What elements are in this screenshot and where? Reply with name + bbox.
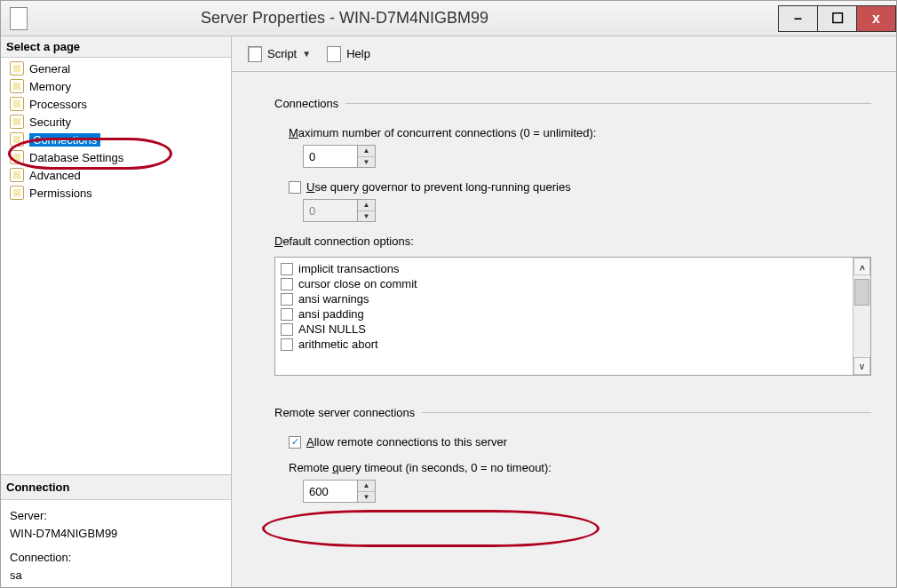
checkbox-icon: ✓ — [289, 436, 301, 449]
list-item[interactable]: cursor close on commit — [281, 276, 847, 291]
connection-header: Connection — [1, 475, 231, 500]
page-icon — [10, 168, 24, 182]
governor-cost-input — [304, 200, 357, 221]
connection-body: Server: WIN-D7M4NIGBM99 Connection: sa — [1, 500, 231, 587]
spin-down-icon[interactable]: ▼ — [358, 492, 375, 503]
nav-memory[interactable]: Memory — [1, 77, 231, 95]
spin-up-icon[interactable]: ▲ — [358, 146, 375, 157]
main-panel: Script ▼ Help Connections Maximum number… — [232, 36, 896, 587]
checkbox-icon — [281, 293, 293, 306]
checkbox-icon — [281, 323, 293, 336]
scroll-up-icon[interactable]: ʌ — [853, 258, 870, 275]
help-button[interactable]: Help — [321, 44, 376, 65]
connections-page: Connections Maximum number of concurrent… — [232, 72, 896, 587]
checkbox-icon — [289, 181, 301, 194]
max-connections-row: Maximum number of concurrent connections… — [274, 126, 871, 168]
script-button[interactable]: Script ▼ — [242, 44, 316, 65]
server-value: WIN-D7M4NIGBM99 — [10, 525, 222, 543]
nav-database-settings[interactable]: Database Settings — [1, 148, 231, 166]
default-options-list-content: implicit transactions cursor close on co… — [275, 258, 853, 375]
select-page-header: Select a page — [1, 36, 231, 58]
page-icon — [10, 186, 24, 200]
highlight-oval-allow-remote — [262, 510, 599, 547]
connections-group-label: Connections — [274, 97, 871, 110]
allow-remote-row: ✓ Allow remote connections to this serve… — [274, 435, 871, 449]
script-icon — [248, 46, 264, 62]
page-icon — [10, 132, 24, 147]
spin-up-icon[interactable]: ▲ — [358, 481, 375, 492]
max-connections-input[interactable] — [304, 146, 357, 167]
allow-remote-checkbox[interactable]: ✓ Allow remote connections to this serve… — [289, 435, 871, 449]
nav-general[interactable]: General — [1, 60, 231, 77]
page-icon — [10, 115, 24, 129]
remote-timeout-label: Remote query timeout (in seconds, 0 = no… — [289, 461, 552, 474]
remote-group-label: Remote server connections — [274, 406, 871, 419]
minimize-button[interactable]: – — [778, 5, 818, 32]
connection-value: sa — [10, 567, 222, 584]
content-area: Select a page General Memory Processors … — [1, 36, 896, 587]
scroll-down-icon[interactable]: v — [853, 357, 870, 375]
titlebar: Server Properties - WIN-D7M4NIGBM99 – ☐ … — [1, 1, 896, 36]
remote-timeout-input[interactable] — [304, 481, 357, 502]
default-options-row: Default connection options: implicit tra… — [274, 234, 871, 376]
toolbar: Script ▼ Help — [232, 36, 896, 72]
checkbox-icon — [281, 263, 293, 275]
spin-up-icon: ▲ — [358, 200, 375, 211]
spin-down-icon[interactable]: ▼ — [358, 157, 375, 168]
checkbox-icon — [281, 278, 293, 290]
remote-timeout-spinner[interactable]: ▲ ▼ — [303, 480, 376, 503]
server-properties-window: Server Properties - WIN-D7M4NIGBM99 – ☐ … — [0, 0, 897, 588]
window-buttons: – ☐ x — [779, 5, 896, 32]
max-connections-label: Maximum number of concurrent connections… — [289, 126, 596, 139]
sidebar: Select a page General Memory Processors … — [1, 36, 232, 587]
list-item[interactable]: ansi warnings — [281, 291, 847, 306]
connection-panel: Connection Server: WIN-D7M4NIGBM99 Conne… — [1, 474, 231, 587]
list-item[interactable]: arithmetic abort — [281, 337, 847, 352]
nav-advanced[interactable]: Advanced — [1, 166, 231, 184]
default-options-list[interactable]: implicit transactions cursor close on co… — [274, 257, 871, 376]
page-icon — [10, 79, 24, 93]
page-nav: General Memory Processors Security Conne… — [1, 58, 231, 202]
list-item[interactable]: implicit transactions — [281, 261, 847, 276]
use-query-governor-checkbox[interactable]: Use query governor to prevent long-runni… — [289, 180, 871, 194]
checkbox-icon — [281, 308, 293, 321]
page-icon — [10, 97, 24, 111]
app-icon — [10, 7, 28, 30]
scroll-track[interactable] — [853, 275, 870, 357]
list-item[interactable]: ANSI NULLS — [281, 322, 847, 337]
governor-cost-spinner: ▲ ▼ — [303, 199, 376, 222]
default-options-label: Default connection options: — [274, 234, 414, 248]
maximize-button[interactable]: ☐ — [817, 5, 857, 32]
list-item[interactable]: ansi padding — [281, 306, 847, 322]
close-button[interactable]: x — [856, 5, 896, 32]
nav-connections[interactable]: Connections — [1, 131, 231, 148]
remote-timeout-row: Remote query timeout (in seconds, 0 = no… — [274, 461, 871, 503]
scroll-thumb[interactable] — [854, 279, 869, 306]
window-title: Server Properties - WIN-D7M4NIGBM99 — [35, 9, 779, 28]
nav-permissions[interactable]: Permissions — [1, 184, 231, 202]
chevron-down-icon: ▼ — [302, 49, 311, 59]
scrollbar[interactable]: ʌ v — [853, 258, 870, 375]
query-governor-row: Use query governor to prevent long-runni… — [274, 180, 871, 222]
checkbox-icon — [281, 338, 293, 351]
max-connections-spinner[interactable]: ▲ ▼ — [303, 145, 376, 168]
server-label: Server: — [10, 507, 222, 525]
page-icon — [10, 150, 24, 164]
page-icon — [10, 61, 24, 75]
help-icon — [327, 46, 343, 62]
nav-processors[interactable]: Processors — [1, 95, 231, 113]
spin-down-icon: ▼ — [358, 211, 375, 222]
connection-label: Connection: — [10, 549, 222, 567]
nav-security[interactable]: Security — [1, 113, 231, 131]
